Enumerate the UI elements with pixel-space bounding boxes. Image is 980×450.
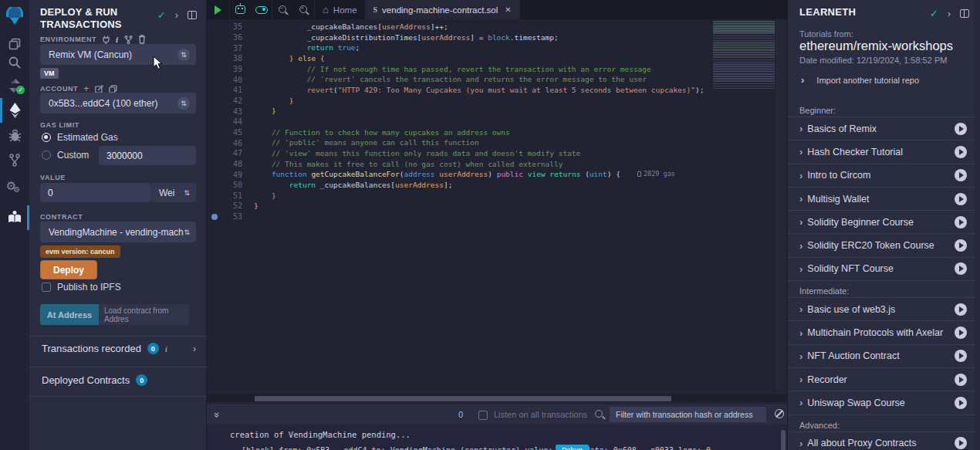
play-tutorial-button[interactable] [955,397,967,409]
clear-console-icon[interactable] [775,409,784,418]
transactions-recorded-row[interactable]: Transactions recorded 0 i › [42,343,196,354]
run-script-button[interactable] [207,0,230,19]
value-input[interactable]: 0 [40,183,150,202]
tutorial-item[interactable]: Multisig Wallet [788,188,975,211]
tutorial-item[interactable]: Solidity Beginner Course [788,211,975,234]
play-tutorial-button[interactable] [955,327,967,339]
play-tutorial-button[interactable] [955,169,967,181]
contract-select[interactable]: VendingMachine - vending-machin [40,222,196,242]
editor-vertical-scrollbar[interactable] [776,19,787,394]
play-tutorial-button[interactable] [955,239,967,252]
custom-gas-radio[interactable]: Custom [42,150,89,161]
tutorial-item[interactable]: Uniswap Swap Course [788,391,975,414]
play-tutorial-button[interactable] [955,216,967,228]
sign-message-icon[interactable] [95,85,103,93]
expand-terminal-icon[interactable]: » [211,411,223,417]
info-icon[interactable]: i [116,35,119,44]
value-unit-select[interactable]: Wei [150,183,196,202]
editor-horizontal-scrollbar[interactable] [207,394,787,402]
tutorial-item[interactable]: Recorder [788,368,975,391]
code-line[interactable]: 49 function getCupcakeBalanceFor(address… [207,169,787,180]
code-line[interactable]: 35 _cupcakeBalances[userAddress]++; [207,22,787,32]
code-line[interactable]: 41 revert("HTTP 429: Too Many Cupcakes (… [207,85,787,96]
panel-expand-icon[interactable]: › [175,10,178,21]
play-tutorial-button[interactable] [955,123,967,135]
minimap[interactable] [713,21,775,90]
tutorial-item[interactable]: Basics of Remix [788,117,975,140]
code-line[interactable]: 51 } [207,191,787,201]
plugin-manager-icon[interactable]: ⚙⚙ [0,174,29,198]
code-line[interactable]: 52} [207,201,787,211]
publish-ipfs-checkbox[interactable]: Publish to IPFS [42,282,121,293]
play-tutorial-button[interactable] [955,303,967,316]
fork-environment-icon[interactable] [124,36,133,44]
tutorial-item[interactable]: Solidity ERC20 Token Course [788,234,975,257]
tutorial-item[interactable]: Solidity NFT Course [788,258,975,281]
panel-pin-icon[interactable] [960,9,969,18]
terminal-scrollbar[interactable] [781,430,786,450]
panel-expand-icon[interactable]: › [948,8,951,19]
code-line[interactable]: 45 // Function to check how many cupcake… [207,127,787,138]
estimated-gas-radio[interactable]: Estimated Gas [42,132,118,143]
tutorial-item[interactable]: Hash Checker Tutorial [788,140,975,164]
code-line[interactable]: 47 // 'view' means this function only re… [207,148,787,159]
tutorial-item[interactable]: Basic use of web3.js [788,298,975,321]
tab-vending-machine-contract[interactable]: S vending-machine-contract.sol ✕ [366,0,520,19]
code-viewport[interactable]: 35 _cupcakeBalances[userAddress]++;36 _c… [207,22,787,222]
tutorial-item[interactable]: Multichain Protocols with Axelar [788,321,975,344]
play-tutorial-button[interactable] [955,350,967,362]
deploy-run-icon[interactable] [0,99,29,122]
copy-account-icon[interactable] [109,85,117,93]
learneth-scrollbar[interactable] [975,0,980,450]
breakpoint-dot[interactable] [211,214,218,220]
code-line[interactable]: 42 } [207,96,787,107]
ai-copilot-button[interactable] [230,0,251,19]
learneth-book-icon[interactable] [0,205,29,228]
play-tutorial-button[interactable] [955,146,967,158]
code-line[interactable]: 39 // If not enough time has passed, rev… [207,64,787,75]
environment-select[interactable]: Remix VM (Cancun) [40,44,196,65]
chevron-right-icon[interactable]: › [193,343,196,354]
code-line[interactable]: 36 _cupcakeDistributionTimes[userAddress… [207,32,787,43]
copilot-toggle[interactable] [251,0,272,19]
close-tab-icon[interactable]: ✕ [505,5,511,14]
info-icon[interactable]: i [165,344,167,354]
tab-home[interactable]: Home [315,0,366,19]
debugger-icon[interactable] [0,123,29,147]
code-line[interactable]: 43 } [207,106,787,117]
zoom-out-button[interactable]: − [272,0,293,19]
code-line[interactable]: 46 // 'public' means anyone can call thi… [207,137,787,148]
panel-pin-icon[interactable] [188,11,197,19]
breakpoint-margin[interactable] [207,214,222,220]
code-line[interactable]: 37 return true; [207,42,787,53]
deploy-button[interactable]: Deploy [40,260,97,279]
tutorial-item[interactable]: NFT Auction Contract [788,345,975,368]
deployed-contracts-row[interactable]: Deployed Contracts 0 [42,374,196,386]
search-icon[interactable] [0,51,29,74]
zoom-in-button[interactable]: + [293,0,314,19]
tutorial-item[interactable]: Intro to Circom [788,164,975,188]
plug-icon[interactable] [102,36,110,44]
code-line[interactable]: 40 // 'revert' cancels the transaction a… [207,74,787,85]
at-address-button[interactable]: At Address [40,304,99,325]
import-tutorial-repo[interactable]: Import another tutorial repo [801,74,919,86]
account-select[interactable]: 0x5B3...eddC4 (100 ether) [40,93,196,113]
tutorial-item[interactable]: All about Proxy Contracts [788,432,975,450]
debug-button[interactable]: Debug [556,445,589,450]
solidity-compiler-icon[interactable]: ✓ [0,76,29,96]
play-tutorial-button[interactable] [955,437,967,449]
at-address-input[interactable]: Load contract from Addres [99,304,189,325]
code-line[interactable]: 38 } else { [207,53,787,64]
scrollbar-thumb[interactable] [255,396,671,401]
trash-icon[interactable] [138,35,146,44]
listen-transactions-checkbox[interactable] [478,411,488,420]
custom-gas-input[interactable]: 3000000 [99,146,196,165]
code-line[interactable]: 44 [207,117,787,127]
code-line[interactable]: 50 return _cupcakeBalances[userAddress]; [207,180,787,191]
code-line[interactable]: 48 // This makes it free to call (no gas… [207,159,787,170]
remix-logo-icon[interactable] [0,5,29,29]
play-tutorial-button[interactable] [955,374,967,386]
play-tutorial-button[interactable] [955,193,967,205]
transaction-filter-input[interactable]: Filter with transaction hash or address [610,407,766,422]
play-tutorial-button[interactable] [955,262,967,275]
